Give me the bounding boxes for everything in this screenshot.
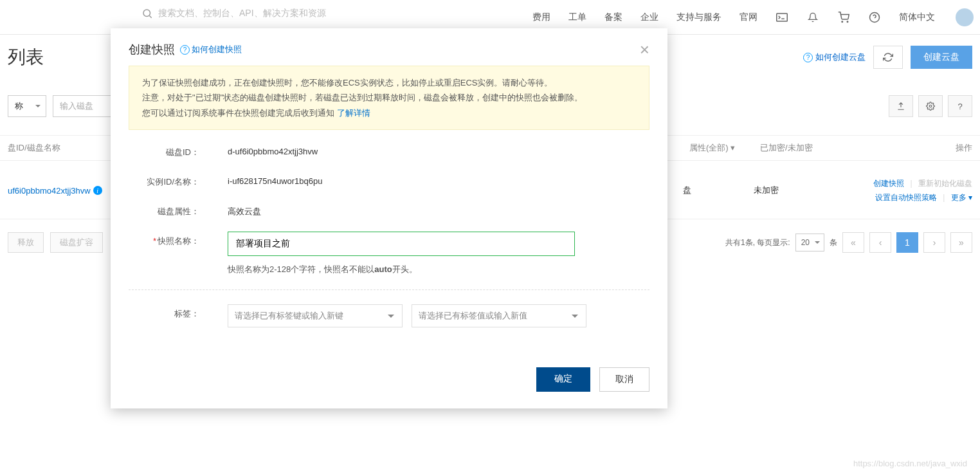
col-operation: 操作 <box>850 142 972 154</box>
label-instance: 实例ID/名称： <box>129 172 199 188</box>
create-disk-button[interactable]: 创建云盘 <box>911 46 972 69</box>
action-reinit: 重新初始化磁盘 <box>918 179 972 188</box>
nav-support[interactable]: 支持与服务 <box>676 12 721 23</box>
action-auto-policy[interactable]: 设置自动快照策略 <box>875 193 937 202</box>
modal-body: 为了保证快照创建成功，正在创建快照时，您不能修改ECS实例状态，比如停止或重启E… <box>111 66 667 354</box>
filter-select[interactable]: 称 <box>8 95 46 117</box>
cart-icon[interactable] <box>837 11 850 24</box>
resize-button[interactable]: 磁盘扩容 <box>50 232 103 253</box>
value-disk-id: d-uf6i0pbbmo42xtjj3hvw <box>199 143 649 156</box>
snapshot-name-hint: 快照名称为2-128个字符，快照名不能以auto开头。 <box>228 264 649 275</box>
cancel-button[interactable]: 取消 <box>599 367 649 392</box>
nav-lang[interactable]: 简体中文 <box>899 12 935 23</box>
modal-title: 创建快照 <box>129 42 175 57</box>
disk-id-text: uf6i0pbbmo42xtjj3hvw <box>8 186 91 196</box>
watermark: https://blog.csdn.net/java_wxid <box>853 459 967 468</box>
hint-bold: auto <box>374 264 392 274</box>
confirm-button[interactable]: 确定 <box>536 367 590 392</box>
value-instance: i-uf628175n4uwor1bq6pu <box>199 172 649 186</box>
snapshot-name-input[interactable] <box>228 232 575 256</box>
svg-point-0 <box>143 10 150 17</box>
label-snapshot-name: *快照名称： <box>129 232 199 247</box>
export-icon <box>896 102 905 111</box>
question-icon: ? <box>803 53 813 62</box>
page-unit: 条 <box>830 237 837 248</box>
svg-point-4 <box>847 21 848 23</box>
action-create-snapshot[interactable]: 创建快照 <box>873 179 904 188</box>
pager-prev[interactable]: ‹ <box>869 232 891 253</box>
nav-official[interactable]: 官网 <box>740 12 758 23</box>
value-snapshot-name-wrap: 快照名称为2-128个字符，快照名不能以auto开头。 <box>199 232 649 275</box>
modal-help-link[interactable]: ? 如何创建快照 <box>180 44 242 55</box>
question-icon: ? <box>180 45 190 55</box>
help-create-disk-text: 如何创建云盘 <box>815 51 866 63</box>
disk-id-link[interactable]: uf6i0pbbmo42xtjj3hvw i <box>8 186 102 196</box>
nav-enterprise[interactable]: 企业 <box>640 12 658 23</box>
help-icon[interactable] <box>868 11 881 24</box>
tag-value-select[interactable]: 请选择已有标签值或输入新值 <box>412 304 586 327</box>
disk-attr-cell: 盘 <box>683 185 754 196</box>
alert-line3-text: 您可以通过订阅系统事件在快照创建完成后收到通知 <box>142 108 337 118</box>
row-tag: 标签： 请选择已有标签键或输入新键 请选择已有标签值或输入新值 <box>129 304 649 327</box>
action-more[interactable]: 更多 ▾ <box>951 193 972 202</box>
info-icon[interactable]: i <box>93 186 102 195</box>
alert-line3: 您可以通过订阅系统事件在快照创建完成后收到通知 了解详情 <box>142 105 636 120</box>
total-text: 共有1条, 每页显示: <box>725 237 790 248</box>
col-attr-label: 属性(全部) <box>689 143 729 152</box>
page-size-value: 20 <box>801 238 810 247</box>
release-button[interactable]: 释放 <box>8 232 44 253</box>
row-actions: 创建快照 | 重新初始化磁盘 设置自动快照策略 | 更多 ▾ <box>844 176 972 205</box>
learn-more-link[interactable]: 了解详情 <box>337 108 370 118</box>
modal-header: 创建快照 ? 如何创建快照 × <box>111 28 667 66</box>
filter-input-placeholder: 输入磁盘 <box>60 100 93 112</box>
settings-button[interactable] <box>918 95 943 117</box>
row-disk-attr: 磁盘属性： 高效云盘 <box>129 202 649 217</box>
help-create-disk-link[interactable]: ? 如何创建云盘 <box>803 51 866 63</box>
row-instance: 实例ID/名称： i-uf628175n4uwor1bq6pu <box>129 172 649 188</box>
search-placeholder: 搜索文档、控制台、API、解决方案和资源 <box>158 8 326 19</box>
bell-icon[interactable] <box>806 11 819 24</box>
search-icon <box>141 8 153 19</box>
nav-ticket[interactable]: 工单 <box>568 12 586 23</box>
gear-icon <box>926 102 935 111</box>
hint-suffix: 开头。 <box>392 264 417 274</box>
global-search[interactable]: 搜索文档、控制台、API、解决方案和资源 <box>141 8 326 19</box>
modal-help-text: 如何创建快照 <box>192 44 242 55</box>
close-icon[interactable]: × <box>640 41 649 58</box>
col-encrypted: 已加密/未加密 <box>760 142 850 154</box>
label-disk-attr: 磁盘属性： <box>129 202 199 217</box>
header-actions: ? 如何创建云盘 创建云盘 <box>803 46 972 69</box>
pagination: 共有1条, 每页显示: 20 条 « ‹ 1 › » <box>725 232 972 253</box>
refresh-button[interactable] <box>873 46 903 69</box>
disk-enc-cell: 未加密 <box>754 185 844 196</box>
help-button[interactable]: ? <box>948 95 972 117</box>
terminal-icon[interactable] <box>776 11 788 24</box>
export-button[interactable] <box>889 95 913 117</box>
row-disk-id: 磁盘ID： d-uf6i0pbbmo42xtjj3hvw <box>129 143 649 158</box>
pager-current[interactable]: 1 <box>896 232 918 253</box>
col-attr[interactable]: 属性(全部) ▾ <box>689 142 760 154</box>
modal-footer: 确定 取消 <box>111 354 667 408</box>
label-disk-id: 磁盘ID： <box>129 143 199 158</box>
pager-next[interactable]: › <box>923 232 945 253</box>
chevron-down-icon: ▾ <box>730 143 735 152</box>
pager-last[interactable]: » <box>950 232 972 253</box>
tag-selects: 请选择已有标签键或输入新键 请选择已有标签值或输入新值 <box>199 304 649 327</box>
avatar[interactable] <box>956 8 974 26</box>
svg-point-6 <box>929 105 932 107</box>
value-disk-attr: 高效云盘 <box>199 202 649 217</box>
label-snapshot-name-text: 快照名称： <box>158 236 199 246</box>
page-title: 列表 <box>8 45 44 69</box>
nav-icp[interactable]: 备案 <box>604 12 622 23</box>
svg-point-3 <box>842 21 843 23</box>
pager-first[interactable]: « <box>842 232 864 253</box>
alert-box: 为了保证快照创建成功，正在创建快照时，您不能修改ECS实例状态，比如停止或重启E… <box>129 66 649 130</box>
tag-key-select[interactable]: 请选择已有标签键或输入新键 <box>228 304 403 327</box>
alert-line2: 注意，对处于"已过期"状态的磁盘创建快照时，若磁盘已达到过期释放时间，磁盘会被释… <box>142 90 636 105</box>
nav-fee[interactable]: 费用 <box>532 12 550 23</box>
hint-prefix: 快照名称为2-128个字符，快照名不能以 <box>228 264 374 274</box>
page-size-select[interactable]: 20 <box>795 233 824 252</box>
svg-rect-2 <box>777 14 788 21</box>
svg-line-1 <box>149 15 151 17</box>
divider <box>129 289 649 290</box>
